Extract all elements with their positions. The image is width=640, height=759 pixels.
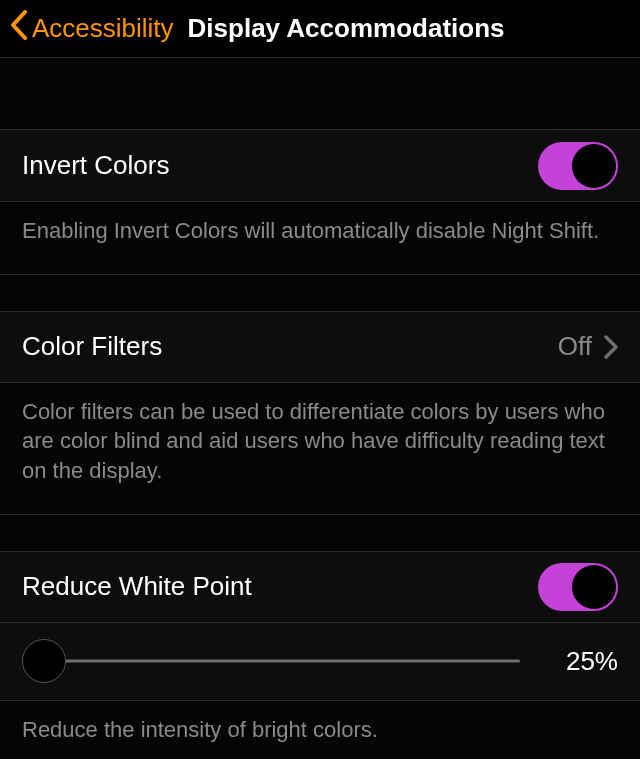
white-point-slider[interactable] [22,639,520,683]
back-label: Accessibility [32,13,174,44]
section-spacer [0,58,640,130]
reduce-white-point-footer: Reduce the intensity of bright colors. [0,701,640,759]
toggle-knob [572,565,616,609]
navigation-bar: Accessibility Display Accommodations [0,0,640,58]
invert-colors-footer: Enabling Invert Colors will automaticall… [0,202,640,275]
page-title: Display Accommodations [188,13,505,44]
back-button[interactable]: Accessibility [10,10,174,47]
section-spacer [0,515,640,551]
section-spacer [0,275,640,311]
color-filters-row[interactable]: Color Filters Off [0,311,640,383]
invert-colors-row[interactable]: Invert Colors [0,130,640,202]
color-filters-footer: Color filters can be used to differentia… [0,383,640,515]
reduce-white-point-row[interactable]: Reduce White Point [0,551,640,623]
color-filters-value: Off [558,331,592,362]
toggle-knob [572,144,616,188]
invert-colors-toggle[interactable] [538,142,618,190]
slider-track [22,660,520,663]
color-filters-label: Color Filters [22,331,162,362]
chevron-left-icon [10,10,32,47]
white-point-slider-row: 25% [0,623,640,701]
reduce-white-point-label: Reduce White Point [22,571,252,602]
slider-thumb[interactable] [22,639,66,683]
invert-colors-label: Invert Colors [22,150,169,181]
reduce-white-point-toggle[interactable] [538,563,618,611]
chevron-right-icon [604,335,618,359]
white-point-value: 25% [548,646,618,677]
